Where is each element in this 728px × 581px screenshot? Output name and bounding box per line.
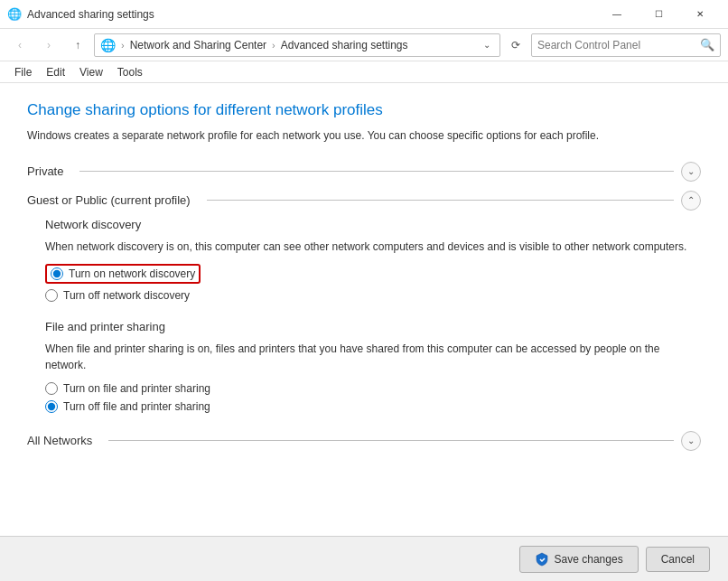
turn-on-discovery-label[interactable]: Turn on network discovery [69, 267, 195, 280]
breadcrumb-icon: 🌐 [100, 38, 116, 52]
private-chevron[interactable]: ⌄ [681, 162, 701, 182]
window-controls: — ☐ ✕ [596, 0, 721, 29]
navigation-bar: ‹ › ↑ 🌐 › Network and Sharing Center › A… [0, 29, 728, 61]
private-section-line [79, 171, 674, 172]
shield-icon [535, 552, 549, 567]
turn-on-file-sharing-label[interactable]: Turn on file and printer sharing [63, 382, 210, 395]
close-button[interactable]: ✕ [679, 0, 721, 29]
maximize-button[interactable]: ☐ [638, 0, 679, 29]
up-button[interactable]: ↑ [65, 33, 90, 58]
highlighted-option: Turn on network discovery [45, 264, 201, 284]
title-bar-left: 🌐 Advanced sharing settings [7, 7, 154, 22]
turn-on-file-sharing-option[interactable]: Turn on file and printer sharing [45, 382, 701, 395]
search-icon: 🔍 [700, 38, 714, 52]
network-discovery-section: Network discovery When network discovery… [45, 218, 701, 302]
bottom-bar: Save changes Cancel [0, 536, 728, 581]
title-bar: 🌐 Advanced sharing settings — ☐ ✕ [0, 0, 728, 29]
turn-on-discovery-option[interactable]: Turn on network discovery [45, 264, 701, 284]
menu-tools[interactable]: Tools [110, 62, 150, 82]
turn-on-file-sharing-radio[interactable] [45, 382, 58, 395]
page-title: Change sharing options for different net… [27, 101, 701, 119]
save-changes-button[interactable]: Save changes [519, 546, 639, 573]
turn-off-file-sharing-radio[interactable] [45, 400, 58, 413]
private-section-label: Private [27, 164, 63, 178]
menu-view[interactable]: View [72, 62, 110, 82]
file-printer-sharing-title: File and printer sharing [45, 320, 701, 333]
all-networks-chevron[interactable]: ⌄ [681, 431, 701, 451]
content-area: Change sharing options for different net… [0, 83, 728, 536]
turn-off-discovery-label[interactable]: Turn off network discovery [63, 289, 190, 302]
back-button[interactable]: ‹ [7, 33, 33, 58]
turn-on-discovery-radio[interactable] [51, 267, 63, 280]
cancel-button[interactable]: Cancel [646, 547, 710, 572]
search-input[interactable] [537, 39, 696, 52]
all-networks-section-line [108, 440, 674, 441]
network-discovery-desc: When network discovery is on, this compu… [45, 239, 701, 255]
guest-public-section-line [207, 200, 674, 201]
address-bar[interactable]: 🌐 › Network and Sharing Center › Advance… [94, 33, 500, 57]
file-printer-sharing-desc: When file and printer sharing is on, fil… [45, 341, 701, 373]
search-bar[interactable]: 🔍 [531, 33, 721, 57]
menu-file[interactable]: File [7, 62, 39, 82]
turn-off-file-sharing-option[interactable]: Turn off file and printer sharing [45, 400, 701, 413]
turn-off-discovery-option[interactable]: Turn off network discovery [45, 289, 701, 302]
network-discovery-title: Network discovery [45, 218, 701, 231]
refresh-button[interactable]: ⟳ [504, 33, 527, 57]
address-dropdown-button[interactable]: ⌄ [480, 38, 494, 52]
guest-public-chevron[interactable]: ⌃ [681, 191, 701, 211]
all-networks-section-header[interactable]: All Networks ⌄ [27, 431, 701, 451]
menu-bar: File Edit View Tools [0, 61, 728, 83]
file-printer-sharing-section: File and printer sharing When file and p… [45, 320, 701, 413]
minimize-button[interactable]: — [596, 0, 638, 29]
app-icon: 🌐 [7, 7, 22, 22]
all-networks-section-label: All Networks [27, 434, 92, 447]
breadcrumb-advanced: Advanced sharing settings [281, 39, 408, 52]
page-subtitle: Windows creates a separate network profi… [27, 128, 701, 144]
turn-off-file-sharing-label[interactable]: Turn off file and printer sharing [63, 400, 210, 413]
menu-edit[interactable]: Edit [39, 62, 72, 82]
window-title: Advanced sharing settings [27, 8, 154, 21]
guest-public-section-header[interactable]: Guest or Public (current profile) ⌃ [27, 191, 701, 211]
guest-public-section-label: Guest or Public (current profile) [27, 193, 191, 207]
breadcrumb-network: Network and Sharing Center [130, 39, 266, 52]
forward-button[interactable]: › [36, 33, 61, 58]
turn-off-discovery-radio[interactable] [45, 289, 58, 302]
private-section-header[interactable]: Private ⌄ [27, 162, 701, 182]
